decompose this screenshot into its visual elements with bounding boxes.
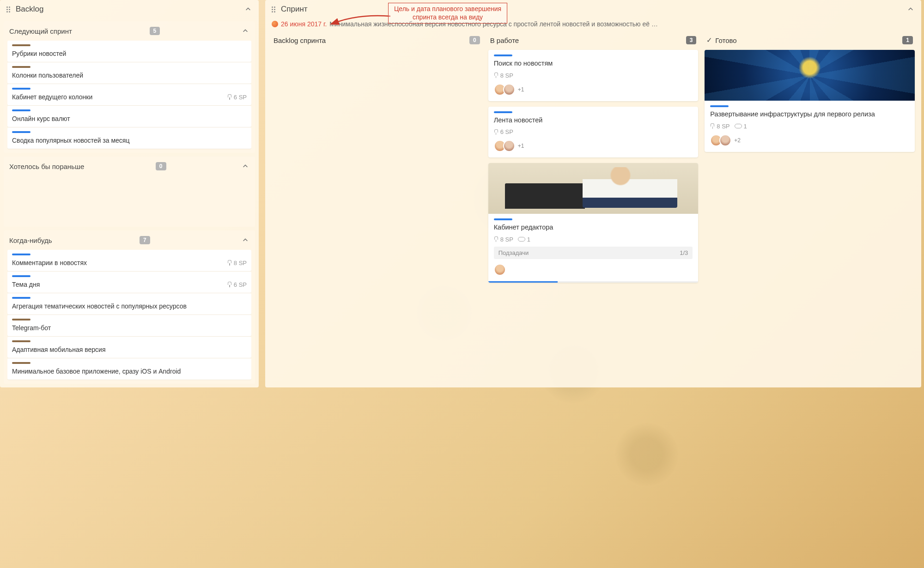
task-story-points: 6 SP <box>494 128 513 135</box>
avatar-more-count: +1 <box>518 86 524 93</box>
subtasks-label: Подзадачи <box>498 249 529 256</box>
section-count-badge: 0 <box>156 162 166 170</box>
card-stripe <box>12 88 30 90</box>
task-progress-bar <box>488 281 699 283</box>
sprint-column: В работе3Поиск по новостям8 SP+1Лента но… <box>488 32 699 288</box>
task-title: Поиск по новостям <box>494 59 693 68</box>
avatar-more-count: +1 <box>518 143 524 149</box>
section-chevron-icon[interactable] <box>241 162 249 170</box>
task-subtasks-row[interactable]: Подзадачи1/3 <box>494 247 693 259</box>
sprint-title: Спринт <box>281 5 308 14</box>
card-stripe <box>12 297 30 299</box>
section-chevron-icon[interactable] <box>241 236 249 244</box>
backlog-card[interactable]: Telegram-бот <box>7 315 251 336</box>
annotation-callout: Цель и дата планового завершения спринта… <box>388 3 507 24</box>
section-count-badge: 5 <box>150 27 160 35</box>
backlog-title: Backlog <box>16 5 43 14</box>
section-title: Следующий спринт <box>9 27 72 35</box>
annotation-line-1: Цель и дата планового завершения <box>394 5 501 13</box>
backlog-card[interactable]: Адаптивная мобильная версия <box>7 337 251 358</box>
avatar[interactable] <box>503 84 515 96</box>
card-story-points: 6 SP <box>227 281 247 288</box>
avatar[interactable] <box>494 264 506 276</box>
backlog-card[interactable]: Кабинет ведущего колонки6 SP <box>7 84 251 105</box>
task-cover-image <box>705 50 915 101</box>
task-story-points: 8 SP <box>710 123 729 130</box>
task-card[interactable]: Развертывание инфраструктуры для первого… <box>705 50 915 152</box>
task-card[interactable]: Поиск по новостям8 SP+1 <box>488 50 699 101</box>
sprint-panel: Спринт 26 июня 2017 г. Минимальная жизне… <box>265 0 921 387</box>
section-header[interactable]: Следующий спринт5 <box>4 21 255 41</box>
section-title: Когда-нибудь <box>9 236 52 244</box>
sprint-column: ✓Готово1Развертывание инфраструктуры для… <box>705 32 915 157</box>
column-title: Backlog спринта <box>274 36 326 44</box>
card-stripe <box>710 105 729 107</box>
card-title: Колонки пользователей <box>12 72 83 79</box>
avatar[interactable] <box>719 134 731 146</box>
column-title: Готово <box>715 36 736 44</box>
card-story-points: 8 SP <box>227 260 247 266</box>
task-cover-image <box>488 163 699 214</box>
section-header[interactable]: Хотелось бы пораньше0 <box>4 157 255 176</box>
card-title: Кабинет ведущего колонки <box>12 93 92 101</box>
drag-handle-icon[interactable] <box>272 6 276 12</box>
subtasks-count: 1/3 <box>680 249 688 256</box>
task-attachments: 1 <box>735 123 747 130</box>
section-body: Комментарии в новостях8 SPТема дня6 SPАг… <box>4 250 255 384</box>
backlog-card[interactable]: Онлайн курс валют <box>7 106 251 127</box>
backlog-section: Хотелось бы пораньше0 <box>4 157 255 227</box>
backlog-card[interactable]: Колонки пользователей <box>7 62 251 84</box>
card-title: Адаптивная мобильная версия <box>12 346 106 353</box>
section-count-badge: 7 <box>140 236 150 244</box>
section-body: Рубрики новостейКолонки пользователейКаб… <box>4 41 255 153</box>
pin-icon <box>227 94 232 100</box>
card-stripe <box>12 66 30 68</box>
task-card[interactable]: Кабинет редактора8 SP1Подзадачи1/3 <box>488 163 699 283</box>
card-title: Сводка популярных новостей за месяц <box>12 137 129 144</box>
backlog-card[interactable]: Минимальное базовое приложение, сразу iO… <box>7 358 251 380</box>
task-card[interactable]: Лента новостей6 SP+1 <box>488 107 699 158</box>
backlog-card[interactable]: Сводка популярных новостей за месяц <box>7 127 251 149</box>
card-stripe <box>12 44 30 46</box>
backlog-card[interactable]: Комментарии в новостях8 SP <box>7 250 251 271</box>
sprint-header: Спринт <box>265 0 921 18</box>
task-avatars: +1 <box>494 140 693 152</box>
backlog-panel: Backlog Следующий спринт5Рубрики новосте… <box>0 0 259 387</box>
avatar-more-count: +2 <box>734 137 741 144</box>
backlog-card[interactable]: Агрегация тематических новостей с популя… <box>7 293 251 314</box>
card-stripe <box>12 319 30 320</box>
column-count-badge: 0 <box>469 36 480 44</box>
task-title: Развертывание инфраструктуры для первого… <box>710 110 909 119</box>
backlog-card[interactable]: Тема дня6 SP <box>7 272 251 293</box>
section-header[interactable]: Когда-нибудь7 <box>4 230 255 250</box>
task-story-points: 8 SP <box>494 236 513 243</box>
task-story-points: 8 SP <box>494 72 513 79</box>
paperclip-icon <box>735 123 742 130</box>
pin-icon <box>710 123 715 129</box>
avatar[interactable] <box>503 140 515 152</box>
backlog-section: Когда-нибудь7Комментарии в новостях8 SPТ… <box>4 230 255 384</box>
card-title: Тема дня <box>12 281 40 288</box>
pin-icon <box>227 282 232 287</box>
pin-icon <box>494 73 498 78</box>
pin-icon <box>494 129 498 135</box>
pin-icon <box>227 260 232 266</box>
section-chevron-icon[interactable] <box>241 27 249 35</box>
backlog-card[interactable]: Рубрики новостей <box>7 41 251 62</box>
drag-handle-icon[interactable] <box>6 6 11 12</box>
card-title: Telegram-бот <box>12 324 51 332</box>
column-title: В работе <box>490 36 519 44</box>
column-header: ✓Готово1 <box>705 32 915 50</box>
collapse-sprint-chevron-icon[interactable] <box>906 5 915 13</box>
column-header: В работе3 <box>488 32 699 50</box>
card-stripe <box>12 362 30 364</box>
sprint-column: Backlog спринта0 <box>272 32 482 50</box>
collapse-backlog-chevron-icon[interactable] <box>244 5 252 13</box>
task-title: Кабинет редактора <box>494 223 693 232</box>
task-avatars: +1 <box>494 84 693 96</box>
task-avatars: +2 <box>710 134 909 146</box>
card-title: Минимальное базовое приложение, сразу iO… <box>12 368 181 375</box>
column-count-badge: 1 <box>902 36 913 44</box>
backlog-header: Backlog <box>0 0 259 18</box>
card-stripe <box>12 131 30 133</box>
